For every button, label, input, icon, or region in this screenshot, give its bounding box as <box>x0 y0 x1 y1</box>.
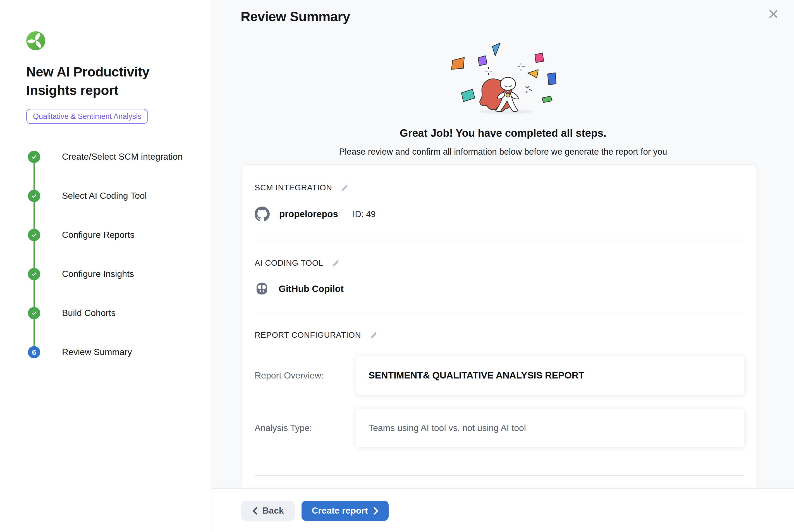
edit-report-config-pencil-icon[interactable] <box>370 331 378 339</box>
step-done-check-icon <box>28 190 40 202</box>
step-label: Review Summary <box>62 346 132 358</box>
section-divider <box>254 475 744 476</box>
step-create-select-scm[interactable]: Create/Select SCM integration <box>0 151 212 190</box>
step-done-check-icon <box>28 151 40 163</box>
step-select-ai-tool[interactable]: Select AI Coding Tool <box>0 190 212 229</box>
section-title: SCM INTEGRATION <box>254 183 332 192</box>
report-overview-value-box: SENTIMENT& QUALITATIVE ANALYSIS REPORT <box>356 356 744 395</box>
step-label: Configure Insights <box>62 268 134 280</box>
chevron-right-icon <box>373 507 378 514</box>
copilot-icon <box>254 281 269 296</box>
review-summary-panel: Review Summary <box>212 0 794 532</box>
celebration-illustration <box>447 41 559 115</box>
step-configure-insights[interactable]: Configure Insights <box>0 268 212 307</box>
scm-integration-row: propelorepos ID: 49 <box>254 207 744 222</box>
scm-integration-id: ID: 49 <box>353 209 376 219</box>
github-icon <box>254 207 270 222</box>
report-overview-value: SENTIMENT& QUALITATIVE ANALYSIS REPORT <box>368 370 584 381</box>
ai-coding-tool-row: GitHub Copilot <box>254 281 744 296</box>
wizard-title: New AI Productivity Insights report <box>26 62 185 99</box>
step-done-check-icon <box>28 268 40 280</box>
step-label: Create/Select SCM integration <box>62 151 183 163</box>
summary-card: SCM INTEGRATION propelorepos ID: 49 AI C… <box>242 164 757 510</box>
section-title: REPORT CONFIGURATION <box>254 330 361 339</box>
step-label: Select AI Coding Tool <box>62 190 147 202</box>
back-button-label: Back <box>262 506 284 515</box>
propeller-logo-icon <box>26 31 45 50</box>
wizard-stepper: Create/Select SCM integration Select AI … <box>0 151 212 385</box>
analysis-type-badge: Qualitative & Sentiment Analysis <box>26 109 148 124</box>
report-overview-row: Report Overview: SENTIMENT& QUALITATIVE … <box>254 356 744 395</box>
step-configure-reports[interactable]: Configure Reports <box>0 229 212 268</box>
page-title: Review Summary <box>241 9 794 24</box>
analysis-type-value-box: Teams using AI tool vs. not using AI too… <box>356 408 744 447</box>
create-report-button-label: Create report <box>312 506 368 515</box>
ai-tool-section-label: AI CODING TOOL <box>254 259 744 267</box>
section-divider <box>254 241 744 241</box>
create-report-button[interactable]: Create report <box>302 500 389 520</box>
back-button[interactable]: Back <box>241 500 295 520</box>
analysis-type-value: Teams using AI tool vs. not using AI too… <box>368 423 526 433</box>
app-window: New AI Productivity Insights report Qual… <box>0 0 794 532</box>
congrats-title: Great Job! You have completed all steps. <box>212 127 794 139</box>
step-label: Configure Reports <box>62 229 135 241</box>
step-label: Build Cohorts <box>62 307 116 319</box>
step-done-check-icon <box>28 307 40 319</box>
step-build-cohorts[interactable]: Build Cohorts <box>0 307 212 346</box>
section-title: AI CODING TOOL <box>254 259 323 267</box>
edit-scm-pencil-icon[interactable] <box>341 183 349 192</box>
analysis-type-label: Analysis Type: <box>254 408 356 447</box>
close-icon[interactable] <box>766 7 781 21</box>
scm-section-label: SCM INTEGRATION <box>254 165 744 192</box>
section-divider <box>254 312 744 313</box>
scm-integration-name: propelorepos <box>279 209 338 220</box>
report-config-section-label: REPORT CONFIGURATION <box>254 330 744 339</box>
congrats-subtitle: Please review and confirm all informatio… <box>212 147 794 157</box>
ai-tool-name: GitHub Copilot <box>279 283 344 294</box>
sidebar: New AI Productivity Insights report Qual… <box>0 0 212 532</box>
step-done-check-icon <box>28 229 40 241</box>
chevron-left-icon <box>252 507 258 514</box>
step-number-badge: 6 <box>28 346 40 358</box>
edit-ai-tool-pencil-icon[interactable] <box>332 259 340 267</box>
step-review-summary-current[interactable]: 6 Review Summary <box>0 346 212 385</box>
wizard-footer: Back Create report <box>212 489 794 532</box>
report-overview-label: Report Overview: <box>254 356 356 395</box>
analysis-type-row: Analysis Type: Teams using AI tool vs. n… <box>254 408 744 447</box>
